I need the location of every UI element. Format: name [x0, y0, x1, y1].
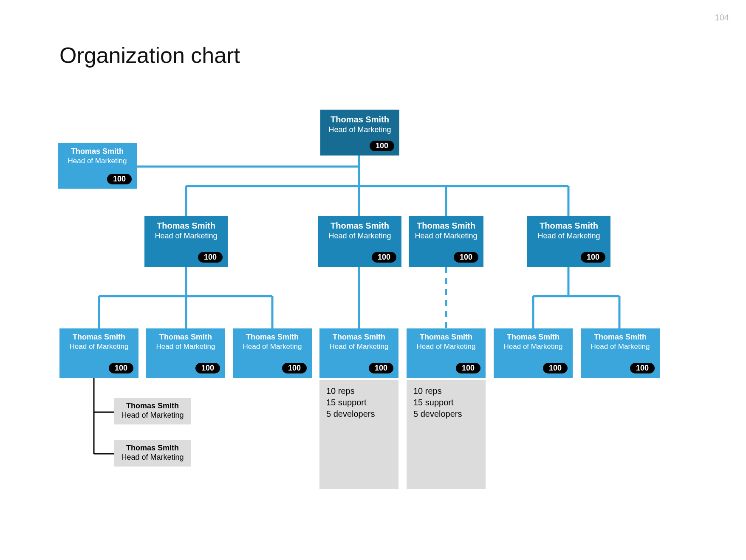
node-badge: 100 — [372, 252, 396, 263]
footnote-line: 10 reps — [326, 385, 392, 397]
org-node-assistant: Thomas Smith Head of Marketing 100 — [58, 143, 137, 189]
node-name: Thomas Smith — [409, 216, 483, 231]
node-badge: 100 — [282, 363, 307, 373]
node-badge: 100 — [456, 363, 480, 373]
node-name: Thomas Smith — [233, 328, 312, 342]
sub-name: Thomas Smith — [114, 440, 191, 453]
node-badge: 100 — [195, 363, 220, 373]
node-name: Thomas Smith — [320, 110, 399, 124]
node-title: Head of Marketing — [320, 125, 399, 134]
subordinate-node-0: Thomas Smith Head of Marketing — [114, 398, 191, 424]
node-title: Head of Marketing — [409, 232, 483, 240]
org-node-l2-2: Thomas Smith Head of Marketing 100 — [409, 216, 483, 267]
footnote-panel-0: 10 reps 15 support 5 developers — [319, 380, 398, 489]
org-node-l2-0: Thomas Smith Head of Marketing 100 — [144, 216, 228, 267]
node-name: Thomas Smith — [146, 328, 225, 342]
node-name: Thomas Smith — [581, 328, 660, 342]
org-node-l2-1: Thomas Smith Head of Marketing 100 — [318, 216, 401, 267]
footnote-line: 15 support — [413, 397, 479, 408]
node-name: Thomas Smith — [58, 143, 137, 156]
node-name: Thomas Smith — [319, 328, 398, 342]
node-title: Head of Marketing — [318, 232, 401, 240]
node-badge: 100 — [543, 363, 568, 373]
org-node-l3-1: Thomas Smith Head of Marketing 100 — [146, 328, 225, 378]
footnote-panel-1: 10 reps 15 support 5 developers — [407, 380, 486, 489]
node-title: Head of Marketing — [581, 342, 660, 351]
node-title: Head of Marketing — [59, 342, 138, 351]
page-number: 104 — [715, 13, 729, 23]
footnote-line: 15 support — [326, 397, 392, 408]
node-badge: 100 — [370, 141, 394, 151]
node-badge: 100 — [109, 363, 133, 373]
org-node-l3-5: Thomas Smith Head of Marketing 100 — [494, 328, 573, 378]
node-name: Thomas Smith — [144, 216, 228, 231]
org-node-l2-3: Thomas Smith Head of Marketing 100 — [527, 216, 610, 267]
node-name: Thomas Smith — [527, 216, 610, 231]
node-name: Thomas Smith — [407, 328, 486, 342]
sub-title: Head of Marketing — [114, 453, 191, 462]
node-title: Head of Marketing — [407, 342, 486, 351]
node-badge: 100 — [581, 252, 605, 263]
footnote-line: 10 reps — [413, 385, 479, 397]
org-node-l3-3: Thomas Smith Head of Marketing 100 — [319, 328, 398, 378]
org-node-l3-6: Thomas Smith Head of Marketing 100 — [581, 328, 660, 378]
node-title: Head of Marketing — [146, 342, 225, 351]
node-badge: 100 — [198, 252, 223, 263]
subordinate-node-1: Thomas Smith Head of Marketing — [114, 440, 191, 467]
node-name: Thomas Smith — [494, 328, 573, 342]
node-title: Head of Marketing — [58, 157, 137, 165]
node-badge: 100 — [454, 252, 478, 263]
org-node-l3-4: Thomas Smith Head of Marketing 100 — [407, 328, 486, 378]
node-title: Head of Marketing — [144, 232, 228, 240]
node-badge: 100 — [369, 363, 393, 373]
node-title: Head of Marketing — [527, 232, 610, 240]
slide-title: Organization chart — [59, 42, 240, 68]
org-node-l3-2: Thomas Smith Head of Marketing 100 — [233, 328, 312, 378]
sub-title: Head of Marketing — [114, 411, 191, 420]
sub-name: Thomas Smith — [114, 398, 191, 410]
node-badge: 100 — [107, 174, 132, 184]
node-title: Head of Marketing — [233, 342, 312, 351]
node-title: Head of Marketing — [494, 342, 573, 351]
node-name: Thomas Smith — [318, 216, 401, 231]
node-name: Thomas Smith — [59, 328, 138, 342]
footnote-line: 5 developers — [413, 408, 479, 420]
org-node-l3-0: Thomas Smith Head of Marketing 100 — [59, 328, 138, 378]
org-node-root: Thomas Smith Head of Marketing 100 — [320, 110, 399, 156]
node-title: Head of Marketing — [319, 342, 398, 351]
footnote-line: 5 developers — [326, 408, 392, 420]
node-badge: 100 — [630, 363, 655, 373]
slide: 104 Organization chart — [0, 0, 746, 560]
